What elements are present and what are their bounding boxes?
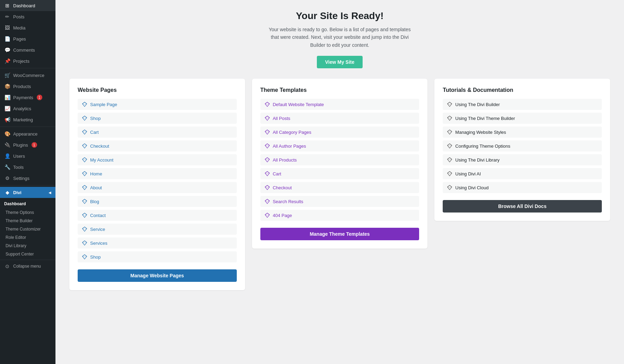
browse-docs-button[interactable]: Browse All Divi Docs — [443, 200, 602, 213]
svg-marker-25 — [265, 102, 269, 104]
svg-marker-21 — [83, 241, 87, 243]
submenu-item-role-editor[interactable]: Role Editor — [0, 233, 55, 242]
woocommerce-icon: 🛒 — [4, 72, 10, 78]
template-list-item[interactable]: Cart — [260, 168, 419, 179]
template-list-item[interactable]: All Category Pages — [260, 127, 419, 138]
page-gem-icon — [82, 171, 87, 176]
sidebar-item-analytics[interactable]: 📈 Analytics — [0, 103, 55, 114]
svg-marker-43 — [448, 102, 452, 104]
svg-marker-49 — [448, 144, 452, 146]
page-list-item[interactable]: About — [78, 182, 237, 193]
svg-marker-15 — [83, 199, 87, 201]
svg-marker-11 — [83, 172, 87, 174]
divi-submenu: Dashboard Theme Options Theme Builder Th… — [0, 198, 55, 272]
svg-marker-53 — [448, 172, 452, 174]
divi-arrow-icon: ◀ — [49, 191, 51, 194]
page-list-item[interactable]: Blog — [78, 196, 237, 207]
template-list-item[interactable]: All Author Pages — [260, 140, 419, 151]
collapse-icon: ⊙ — [4, 263, 10, 269]
sidebar-item-payments[interactable]: 📊 Payments 1 — [0, 92, 55, 103]
sidebar-item-dashboard[interactable]: ⊞ Dashboard — [0, 0, 55, 11]
doc-list-item[interactable]: Using Divi Cloud — [443, 182, 602, 193]
pages-icon: 📄 — [4, 36, 10, 42]
sidebar-item-products[interactable]: 📦 Products — [0, 81, 55, 92]
submenu-item-theme-builder[interactable]: Theme Builder — [0, 217, 55, 225]
page-list-item[interactable]: Checkout — [78, 140, 237, 151]
sidebar-item-comments[interactable]: 💬 Comments — [0, 44, 55, 55]
doc-gem-icon — [447, 129, 452, 135]
submenu-item-theme-customizer[interactable]: Theme Customizer — [0, 225, 55, 233]
doc-list-item[interactable]: Using The Divi Builder — [443, 99, 602, 110]
svg-marker-23 — [83, 255, 87, 257]
page-list-item[interactable]: Home — [78, 168, 237, 179]
sidebar-item-users[interactable]: 👤 Users — [0, 150, 55, 162]
divider-1 — [0, 68, 55, 68]
doc-list-item[interactable]: Managing Website Styles — [443, 127, 602, 138]
sidebar-item-projects[interactable]: 📌 Projects — [0, 55, 55, 67]
svg-marker-41 — [265, 213, 269, 215]
view-site-button[interactable]: View My Site — [317, 56, 363, 68]
collapse-menu-button[interactable]: ⊙ Collapse menu — [0, 261, 55, 271]
sidebar-item-appearance[interactable]: 🎨 Appearance — [0, 128, 55, 139]
submenu-item-divi-library[interactable]: Divi Library — [0, 242, 55, 250]
page-gem-icon — [82, 115, 87, 121]
svg-marker-47 — [448, 130, 452, 132]
sidebar-item-plugins[interactable]: 🔌 Plugins 1 — [0, 139, 55, 150]
template-list-item[interactable]: Default Website Template — [260, 99, 419, 110]
page-list-item[interactable]: Contact — [78, 210, 237, 221]
svg-marker-29 — [265, 130, 269, 132]
page-list-item[interactable]: My Account — [78, 154, 237, 165]
svg-marker-37 — [265, 185, 269, 188]
doc-list-item[interactable]: Using The Divi Theme Builder — [443, 113, 602, 124]
template-list-item[interactable]: Search Results — [260, 196, 419, 207]
page-list-item[interactable]: Services — [78, 237, 237, 249]
svg-marker-35 — [265, 172, 269, 174]
svg-marker-17 — [83, 213, 87, 215]
page-list-item[interactable]: Sample Page — [78, 99, 237, 110]
template-gem-icon — [265, 115, 270, 121]
sidebar-item-tools[interactable]: 🔧 Tools — [0, 162, 55, 173]
page-list-item[interactable]: Cart — [78, 127, 237, 138]
sidebar-item-settings[interactable]: ⚙ Settings — [0, 173, 55, 184]
theme-templates-heading: Theme Templates — [260, 87, 419, 93]
template-list-item[interactable]: All Posts — [260, 113, 419, 124]
doc-list-item[interactable]: Configuring Theme Options — [443, 140, 602, 151]
page-list-item[interactable]: Shop — [78, 251, 237, 262]
template-gem-icon — [265, 199, 270, 204]
manage-theme-templates-button[interactable]: Manage Theme Templates — [260, 228, 419, 240]
submenu-item-support-center[interactable]: Support Center — [0, 250, 55, 258]
page-list-item[interactable]: Shop — [78, 113, 237, 124]
template-list-item[interactable]: 404 Page — [260, 210, 419, 221]
svg-marker-1 — [83, 102, 87, 104]
sidebar-item-marketing[interactable]: 📢 Marketing — [0, 114, 55, 125]
doc-list-item[interactable]: Using Divi AI — [443, 168, 602, 179]
plugins-badge: 1 — [32, 142, 37, 148]
sidebar-item-divi[interactable]: ◆ Divi ◀ — [0, 187, 55, 198]
website-pages-list: Sample Page Shop Cart Checkout My Accoun… — [78, 99, 237, 262]
template-list-item[interactable]: Checkout — [260, 182, 419, 193]
submenu-item-theme-options[interactable]: Theme Options — [0, 208, 55, 217]
sidebar-item-media[interactable]: 🖼 Media — [0, 22, 55, 33]
posts-icon: ✏ — [4, 14, 10, 19]
page-gem-icon — [82, 199, 87, 204]
payments-badge: 1 — [37, 95, 42, 100]
svg-marker-45 — [448, 116, 452, 118]
projects-icon: 📌 — [4, 58, 10, 64]
template-list-item[interactable]: All Products — [260, 154, 419, 165]
website-pages-heading: Website Pages — [78, 87, 237, 93]
marketing-icon: 📢 — [4, 117, 10, 122]
svg-marker-9 — [83, 158, 87, 160]
page-gem-icon — [82, 254, 87, 260]
page-title: Your Site Is Ready! — [69, 10, 610, 21]
manage-website-pages-button[interactable]: Manage Website Pages — [78, 269, 237, 282]
page-list-item[interactable]: Service — [78, 224, 237, 235]
doc-gem-icon — [447, 171, 452, 176]
sidebar-item-woocommerce[interactable]: 🛒 WooCommerce — [0, 70, 55, 81]
settings-icon: ⚙ — [4, 175, 10, 181]
svg-marker-13 — [83, 185, 87, 188]
sidebar-item-posts[interactable]: ✏ Posts — [0, 11, 55, 22]
sidebar-item-pages[interactable]: 📄 Pages — [0, 33, 55, 44]
divider-submenu — [0, 260, 55, 260]
doc-list: Using The Divi Builder Using The Divi Th… — [443, 99, 602, 193]
doc-list-item[interactable]: Using The Divi Library — [443, 154, 602, 165]
